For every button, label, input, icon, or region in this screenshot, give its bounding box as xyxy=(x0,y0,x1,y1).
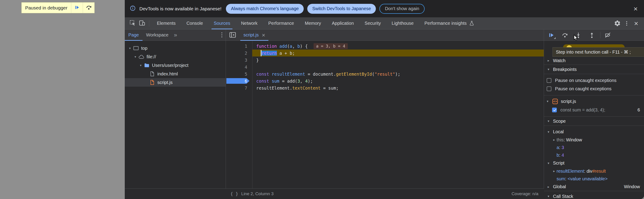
toolbar-separator xyxy=(149,20,149,27)
pretty-print-icon[interactable]: { } xyxy=(230,191,238,196)
inspect-button[interactable] xyxy=(128,19,137,28)
line-number-gutter[interactable]: 2 xyxy=(226,50,252,57)
line-number-gutter[interactable]: 7 xyxy=(226,84,252,91)
code-editor[interactable]: 1function add(a, b) {a = 3, b = 42 retur… xyxy=(226,41,544,188)
chevron-right-icon[interactable]: ▸ xyxy=(552,138,556,142)
watch-section-header[interactable]: ▸ Watch xyxy=(544,57,644,65)
navigator-menu-kebab-icon[interactable] xyxy=(221,33,222,38)
chevron-down-icon[interactable]: ▾ xyxy=(138,64,143,67)
option-pause-on-caught-exceptions[interactable]: Pause on caught exceptions xyxy=(544,85,644,93)
gear-button[interactable] xyxy=(612,19,622,28)
inspect-icon xyxy=(129,20,136,27)
breakpoint-marker[interactable]: 6 xyxy=(226,77,252,84)
option-pause-on-uncaught-exceptions[interactable]: Pause on uncaught exceptions xyxy=(544,76,644,85)
tab-application[interactable]: Application xyxy=(330,17,356,29)
scope-variable-a[interactable]: a: 3 xyxy=(544,144,644,151)
devices-button[interactable] xyxy=(137,19,147,28)
tab-lighthouse[interactable]: Lighthouse xyxy=(389,17,416,29)
code-token: = sum; xyxy=(320,86,338,91)
breakpoint-entry[interactable]: const sum = add(3, 4);6 xyxy=(544,106,644,114)
scope-group-local[interactable]: ▾Local xyxy=(544,128,644,136)
code-line-content: return a + b; xyxy=(252,50,544,57)
deactivate-breakpoints-button[interactable] xyxy=(603,30,613,40)
scope-section-header[interactable]: ▾ Scope xyxy=(544,116,644,126)
code-line-5: 5const resultElement = document.getEleme… xyxy=(226,70,544,77)
tree-item-users-user-project[interactable]: ▾Users/user/project xyxy=(125,61,226,70)
breakpoints-section-header[interactable]: ▾ Breakpoints xyxy=(544,65,644,74)
script-file-badge-icon xyxy=(552,98,558,104)
checkbox[interactable] xyxy=(552,108,557,112)
line-number-gutter[interactable]: 1 xyxy=(226,43,252,50)
code-line-content: function add(a, b) {a = 3, b = 4 xyxy=(252,43,544,50)
close-tab-icon[interactable]: × xyxy=(262,32,265,38)
line-number: 1 xyxy=(245,44,247,49)
breakpoint-entries: const sum = add(3, 4);6 xyxy=(544,106,644,114)
navigator-tab-workspace[interactable]: Workspace xyxy=(142,30,172,41)
step-over-banner-button[interactable] xyxy=(83,3,94,13)
step-over-button[interactable] xyxy=(560,30,570,40)
call-stack-title: Call Stack xyxy=(553,194,573,199)
tab-sources[interactable]: Sources xyxy=(212,17,232,29)
notification-button-1[interactable]: Switch DevTools to Japanese xyxy=(307,4,376,14)
call-stack-section-header[interactable]: ▾ Call Stack xyxy=(544,191,644,199)
breakpoint-file-group[interactable]: ▾ script.js xyxy=(544,95,644,106)
resume-script-button[interactable] xyxy=(546,30,556,40)
tab-performance[interactable]: Performance xyxy=(266,17,296,29)
checkbox[interactable] xyxy=(547,78,552,83)
code-line-content: resultElement.textContent = sum; xyxy=(252,84,544,91)
editor-tab-scriptjs[interactable]: script.js × xyxy=(240,30,268,41)
option-label: Pause on uncaught exceptions xyxy=(555,78,616,83)
variable-value: <value unavailable> xyxy=(568,176,608,181)
tab-label: Network xyxy=(241,21,258,26)
scope-group-script[interactable]: ▾Script xyxy=(544,159,644,167)
navigator-tab-page[interactable]: Page xyxy=(125,30,142,41)
tree-item-top[interactable]: ▾top xyxy=(125,44,226,53)
resume-script-banner-button[interactable] xyxy=(71,3,83,13)
chevron-down-icon: ▾ xyxy=(547,130,550,134)
variable-value: 3 xyxy=(562,145,564,150)
scope-variable-sum[interactable]: sum: <value unavailable> xyxy=(544,175,644,182)
tab-performance-insights[interactable]: Performance insights xyxy=(422,17,477,29)
scope-group-global[interactable]: ▸GlobalWindow xyxy=(544,182,644,191)
scope-variable-resultElement[interactable]: ▸resultElement: div#result xyxy=(544,167,644,175)
tree-item-script-js[interactable]: script.js xyxy=(125,78,226,87)
notification-button-0[interactable]: Always match Chrome's language xyxy=(226,4,304,14)
line-number-gutter[interactable]: 5 xyxy=(226,70,252,77)
scope-variable-b[interactable]: b: 4 xyxy=(544,151,644,159)
code-line-content: const resultElement = document.getElemen… xyxy=(252,70,544,77)
tab-security[interactable]: Security xyxy=(362,17,383,29)
line-number-gutter[interactable]: 4 xyxy=(226,64,252,70)
colon: : xyxy=(559,145,562,150)
scope-variable-this[interactable]: ▸this: Window xyxy=(544,136,644,144)
kebab-button[interactable] xyxy=(622,19,632,28)
tab-label: Sources xyxy=(214,21,230,26)
tree-item-file-[interactable]: ▾file:// xyxy=(125,53,226,61)
line-number: 7 xyxy=(245,86,247,91)
step-out-button[interactable] xyxy=(587,30,597,40)
more-tabs-button[interactable]: » xyxy=(172,32,179,39)
tree-item-label: index.html xyxy=(157,71,178,77)
folder-icon xyxy=(144,62,150,68)
tree-item-label: top xyxy=(141,46,148,51)
cursor-position-label: Line 2, Column 3 xyxy=(241,191,274,196)
chevron-right-icon[interactable]: ▸ xyxy=(552,169,556,173)
tab-label: Application xyxy=(332,21,354,26)
editor-tab-label: script.js xyxy=(244,33,259,38)
chevron-down-icon[interactable]: ▾ xyxy=(128,46,132,50)
toggle-navigator-button[interactable] xyxy=(228,31,237,39)
chevron-down-icon[interactable]: ▾ xyxy=(133,55,138,59)
tab-network[interactable]: Network xyxy=(239,17,260,29)
tab-console[interactable]: Console xyxy=(184,17,205,29)
editor-tab-strip: script.js × xyxy=(226,30,544,41)
toolbar-separator xyxy=(600,32,600,38)
tab-elements[interactable]: Elements xyxy=(155,17,178,29)
line-number-gutter[interactable]: 3 xyxy=(226,57,252,64)
file-tree: ▾top▾file://▾Users/user/projectindex.htm… xyxy=(125,41,226,87)
tree-item-index-html[interactable]: index.html xyxy=(125,70,226,78)
close-button[interactable]: × xyxy=(632,19,641,28)
checkbox[interactable] xyxy=(547,86,552,91)
notification-close-button[interactable]: × xyxy=(632,5,639,13)
notification-button-2[interactable]: Don't show again xyxy=(380,4,424,14)
tab-memory[interactable]: Memory xyxy=(302,17,323,29)
line-number: 4 xyxy=(245,65,247,70)
